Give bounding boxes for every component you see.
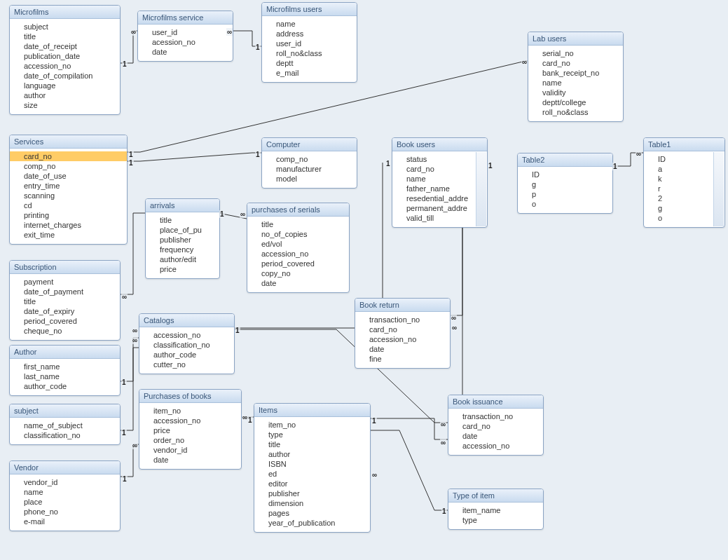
field[interactable]: permanent_addre: [406, 203, 481, 213]
field[interactable]: subject: [24, 22, 114, 32]
field[interactable]: title: [268, 439, 364, 449]
field[interactable]: model: [276, 174, 351, 184]
field[interactable]: exit_time: [24, 230, 121, 240]
field[interactable]: serial_no: [542, 48, 617, 58]
field[interactable]: period_covered: [24, 316, 114, 326]
field[interactable]: date_of_use: [24, 171, 121, 181]
field[interactable]: user_id: [152, 27, 227, 37]
field[interactable]: size: [24, 100, 114, 110]
table-header[interactable]: Microfilms: [10, 6, 120, 19]
field[interactable]: date: [462, 431, 537, 441]
field[interactable]: card_no: [462, 421, 537, 431]
field[interactable]: g: [532, 179, 607, 189]
field[interactable]: classification_no: [24, 430, 114, 440]
field[interactable]: place_of_pu: [160, 225, 214, 235]
field[interactable]: date: [153, 455, 235, 465]
field[interactable]: father_name: [406, 184, 481, 193]
field[interactable]: name: [406, 174, 481, 184]
table-computer[interactable]: Computercomp_nomanufacturermodel: [261, 137, 357, 189]
table-header[interactable]: Type of item: [448, 489, 543, 503]
field[interactable]: bank_receipt_no: [542, 68, 617, 78]
field[interactable]: transaction_no: [369, 315, 444, 325]
field[interactable]: language: [24, 81, 114, 90]
field[interactable]: last_name: [24, 371, 114, 381]
field[interactable]: order_no: [153, 435, 235, 445]
field[interactable]: author_code: [153, 350, 228, 360]
field[interactable]: card_no: [10, 151, 127, 161]
field[interactable]: frequency: [160, 245, 214, 254]
field[interactable]: ed/vol: [261, 239, 343, 249]
field[interactable]: item_no: [153, 406, 235, 416]
field[interactable]: comp_no: [24, 161, 121, 171]
field[interactable]: transaction_no: [462, 411, 537, 421]
field[interactable]: ed: [268, 469, 364, 479]
table-header[interactable]: Table1: [644, 138, 724, 151]
field[interactable]: name: [24, 487, 114, 497]
field[interactable]: item_name: [462, 505, 537, 515]
field[interactable]: price: [153, 425, 235, 435]
field[interactable]: ID: [532, 170, 607, 179]
field[interactable]: manufacturer: [276, 164, 351, 174]
table-header[interactable]: Microfilms service: [138, 11, 233, 25]
field[interactable]: roll_no&class: [276, 48, 351, 58]
field[interactable]: no_of_copies: [261, 229, 343, 239]
field[interactable]: fine: [369, 354, 444, 364]
field[interactable]: accession_no: [153, 416, 235, 425]
table-lab_users[interactable]: Lab usersserial_nocard_nobank_receipt_no…: [528, 32, 624, 122]
table-header[interactable]: arrivals: [146, 199, 219, 212]
field[interactable]: ID: [658, 154, 719, 164]
table-header[interactable]: Purchases of books: [139, 390, 241, 403]
scrollbar[interactable]: [476, 152, 486, 226]
field[interactable]: author: [24, 90, 114, 100]
field[interactable]: place: [24, 497, 114, 507]
field[interactable]: date_of_payment: [24, 287, 114, 296]
field[interactable]: card_no: [406, 164, 481, 174]
field[interactable]: date_of_compilation: [24, 71, 114, 81]
table-header[interactable]: subject: [10, 404, 120, 418]
field[interactable]: p: [532, 189, 607, 199]
table-header[interactable]: Lab users: [528, 32, 623, 46]
table-arrivals[interactable]: arrivalstitleplace_of_pupublisherfrequen…: [145, 198, 220, 279]
table-header[interactable]: Vendor: [10, 461, 120, 474]
table-purchases_books[interactable]: Purchases of booksitem_noaccession_nopri…: [139, 389, 242, 470]
field[interactable]: title: [261, 219, 343, 229]
field[interactable]: date: [261, 278, 343, 288]
table-header[interactable]: Computer: [262, 138, 357, 151]
table-table2[interactable]: Table2IDgpo: [517, 153, 613, 214]
table-header[interactable]: Book return: [355, 299, 450, 312]
field[interactable]: card_no: [542, 58, 617, 68]
field[interactable]: editor: [268, 479, 364, 489]
field[interactable]: e_mail: [276, 68, 351, 78]
table-header[interactable]: Book issuance: [448, 395, 543, 409]
field[interactable]: title: [24, 296, 114, 306]
field[interactable]: accession_no: [462, 441, 537, 451]
field[interactable]: e-mail: [24, 517, 114, 526]
table-type_of_item[interactable]: Type of itemitem_nametype: [448, 489, 544, 530]
field[interactable]: deptt/college: [542, 97, 617, 107]
field[interactable]: valid_till: [406, 213, 481, 223]
table-header[interactable]: Subscription: [10, 261, 120, 274]
field[interactable]: accession_no: [24, 61, 114, 71]
field[interactable]: vendor_id: [153, 445, 235, 455]
field[interactable]: pages: [268, 508, 364, 518]
field[interactable]: first_name: [24, 362, 114, 371]
field[interactable]: k: [658, 174, 719, 184]
table-microfilms[interactable]: Microfilmssubjecttitledate_of_receiptpub…: [9, 5, 121, 115]
field[interactable]: type: [462, 515, 537, 525]
table-catalogs[interactable]: Catalogsaccession_noclassification_noaut…: [139, 313, 235, 374]
field[interactable]: cheque_no: [24, 326, 114, 336]
field[interactable]: acession_no: [152, 37, 227, 47]
table-header[interactable]: Table2: [518, 153, 612, 167]
field[interactable]: comp_no: [276, 154, 351, 164]
table-header[interactable]: Items: [254, 404, 370, 417]
table-vendor[interactable]: Vendorvendor_idnameplacephone_noe-mail: [9, 460, 121, 531]
field[interactable]: o: [532, 199, 607, 209]
field[interactable]: phone_no: [24, 507, 114, 517]
table-subject[interactable]: subjectname_of_subjectclassification_no: [9, 404, 121, 445]
field[interactable]: publication_date: [24, 51, 114, 61]
field[interactable]: date: [369, 344, 444, 354]
field[interactable]: vendor_id: [24, 477, 114, 487]
field[interactable]: 2: [658, 193, 719, 203]
table-header[interactable]: Author: [10, 346, 120, 359]
table-header[interactable]: Catalogs: [139, 314, 234, 327]
